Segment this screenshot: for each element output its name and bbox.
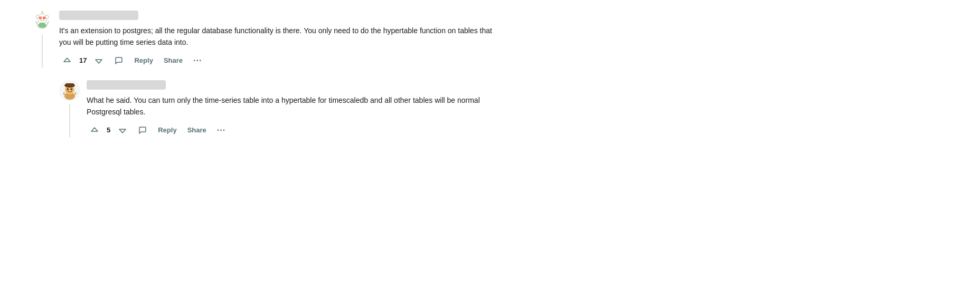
- comment-icon: [138, 126, 147, 135]
- comment-text: What he said. You can turn only the time…: [87, 94, 496, 118]
- comment-item: It's an extension to postgres; all the r…: [32, 11, 496, 68]
- comment-item: What he said. You can turn only the time…: [59, 80, 496, 137]
- svg-point-23: [72, 90, 74, 92]
- upvote-icon: [90, 126, 99, 135]
- upvote-button[interactable]: [87, 123, 102, 137]
- share-button[interactable]: Share: [161, 54, 186, 66]
- username-placeholder: [59, 11, 138, 20]
- more-options-button[interactable]: ···: [214, 123, 229, 137]
- downvote-button[interactable]: [115, 123, 130, 137]
- downvote-icon: [118, 126, 127, 135]
- vote-count: 5: [107, 126, 110, 134]
- svg-point-4: [45, 15, 49, 18]
- username-bar: [87, 80, 496, 91]
- svg-point-21: [71, 88, 72, 89]
- comment-icon-button[interactable]: [111, 54, 127, 68]
- svg-point-22: [65, 90, 68, 92]
- svg-point-20: [68, 88, 69, 89]
- avatar: [32, 11, 53, 32]
- svg-point-11: [38, 23, 46, 28]
- comment-actions: 5: [87, 123, 496, 137]
- svg-point-7: [40, 17, 41, 18]
- upvote-button[interactable]: [59, 54, 75, 68]
- svg-point-8: [44, 17, 45, 18]
- upvote-icon: [62, 56, 72, 65]
- comment-icon: [114, 56, 124, 65]
- thread-line: [69, 104, 70, 137]
- downvote-icon: [94, 56, 103, 65]
- svg-point-2: [37, 14, 47, 23]
- thread-line: [42, 35, 43, 68]
- comment-left-column: [32, 11, 53, 68]
- reply-button[interactable]: Reply: [131, 54, 156, 66]
- comment-left-column: [59, 80, 80, 137]
- comment-icon-button[interactable]: [135, 123, 150, 137]
- more-options-button[interactable]: ···: [190, 54, 205, 68]
- username-bar: [59, 11, 496, 22]
- comment-actions: 17 Reply Share: [59, 54, 496, 68]
- downvote-button[interactable]: [91, 54, 107, 68]
- svg-point-3: [36, 15, 39, 18]
- username-placeholder: [87, 80, 166, 90]
- comment-body: It's an extension to postgres; all the r…: [59, 11, 496, 68]
- share-button[interactable]: Share: [184, 124, 210, 136]
- reply-button[interactable]: Reply: [155, 124, 180, 136]
- avatar: [59, 80, 80, 101]
- svg-point-10: [42, 11, 43, 13]
- comment-body: What he said. You can turn only the time…: [87, 80, 496, 137]
- comment-text: It's an extension to postgres; all the r…: [59, 25, 496, 49]
- nested-comment-section: What he said. You can turn only the time…: [32, 80, 496, 137]
- comment-thread: It's an extension to postgres; all the r…: [21, 11, 496, 137]
- svg-rect-17: [67, 84, 73, 86]
- vote-count: 17: [79, 56, 87, 64]
